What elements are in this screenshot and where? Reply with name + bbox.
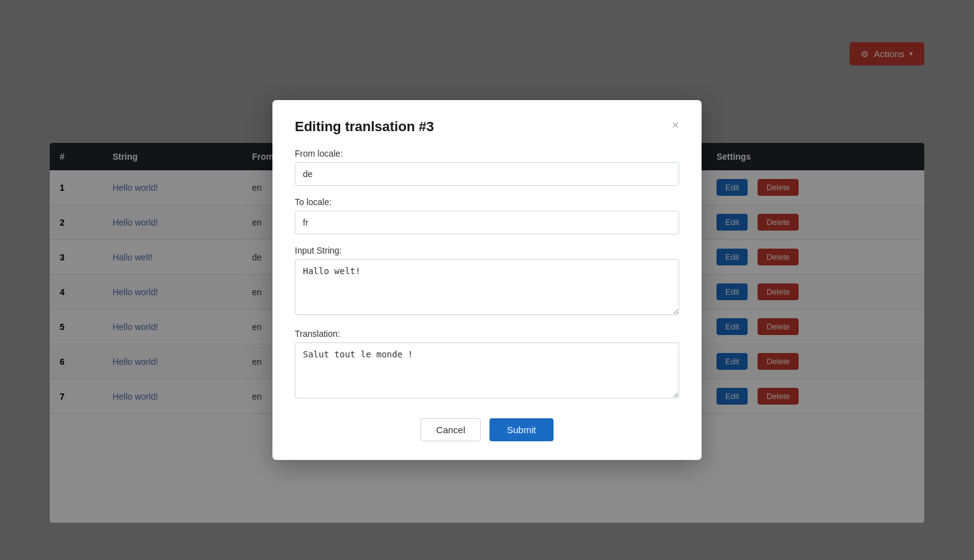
modal-overlay: Editing tranlsation #3 × From locale: To… bbox=[0, 0, 974, 560]
modal-header: Editing tranlsation #3 × bbox=[295, 119, 679, 135]
to-locale-input[interactable] bbox=[295, 211, 679, 234]
modal-footer: Cancel Submit bbox=[295, 418, 679, 441]
submit-button[interactable]: Submit bbox=[489, 418, 554, 441]
from-locale-input[interactable] bbox=[295, 162, 679, 186]
cancel-button[interactable]: Cancel bbox=[420, 418, 481, 441]
translation-textarea[interactable]: Salut tout le monde ! bbox=[295, 342, 679, 398]
to-locale-group: To locale: bbox=[295, 197, 679, 234]
input-string-group: Input String: Hallo welt! bbox=[295, 246, 679, 318]
modal-title: Editing tranlsation #3 bbox=[295, 119, 434, 135]
translation-group: Translation: Salut tout le monde ! bbox=[295, 329, 679, 401]
edit-modal: Editing tranlsation #3 × From locale: To… bbox=[272, 100, 702, 460]
input-string-textarea[interactable]: Hallo welt! bbox=[295, 259, 679, 315]
from-locale-label: From locale: bbox=[295, 149, 679, 158]
from-locale-group: From locale: bbox=[295, 149, 679, 186]
translation-label: Translation: bbox=[295, 329, 679, 339]
modal-close-button[interactable]: × bbox=[672, 119, 679, 131]
to-locale-label: To locale: bbox=[295, 197, 679, 207]
input-string-label: Input String: bbox=[295, 246, 679, 255]
